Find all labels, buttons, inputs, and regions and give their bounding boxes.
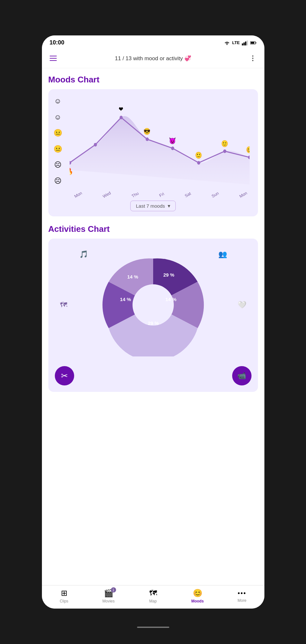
label-29-bottom: 29 %	[148, 320, 159, 326]
x-label-fri: Fri	[158, 191, 165, 198]
mood-level-6: ☹	[54, 177, 62, 185]
x-label-thu: Thu	[131, 191, 140, 198]
more-nav-icon: •••	[238, 590, 246, 597]
activities-chart-title: Activities Chart	[48, 224, 258, 234]
moods-nav-label: Moods	[191, 599, 204, 603]
wifi-icon	[224, 40, 230, 45]
donut-chart: 29 % 14 % 29 % 14 % 14 %	[102, 253, 205, 356]
signal-icon	[242, 40, 248, 45]
label-14-left: 14 %	[120, 297, 131, 302]
donut-svg	[102, 253, 205, 356]
lte-label: LTE	[232, 40, 240, 45]
top-bar: 11 / 13 with mood or activity 💞	[42, 49, 264, 68]
point-emoji-3: 😎	[143, 128, 151, 136]
chevron-down-icon: ▾	[168, 203, 170, 209]
svg-point-10	[252, 60, 253, 61]
mood-level-3: 😐	[54, 129, 62, 137]
x-axis-labels: Mon Wed Thu Fri Sat Sun Mon	[70, 193, 250, 197]
point-emoji-5: 🙂	[195, 151, 202, 159]
nav-moods[interactable]: 😊 Moods	[188, 589, 207, 603]
menu-line-2	[50, 58, 57, 59]
svg-rect-7	[251, 42, 254, 44]
moods-chart-footer: Last 7 moods ▾	[54, 201, 253, 211]
mood-level-2: ☺	[54, 114, 61, 121]
movies-label: Movies	[102, 599, 114, 603]
mood-y-axis: ☺ ☺ 😐 😐 ☹ ☹	[54, 98, 62, 185]
label-14-topleft: 14 %	[127, 274, 138, 279]
nav-clips[interactable]: ⊞ Clips	[54, 589, 74, 603]
nav-map[interactable]: 🗺 Map	[143, 589, 163, 603]
last-7-moods-dropdown[interactable]: Last 7 moods ▾	[130, 201, 175, 211]
svg-point-0	[226, 44, 227, 45]
moods-chart-card: ☺ ☺ 😐 😐 ☹ ☹	[48, 89, 258, 216]
scissors-fab-button[interactable]: ✂	[55, 366, 74, 385]
menu-line-1	[50, 56, 57, 56]
video-fab-button[interactable]: 📹	[232, 366, 252, 385]
nav-more[interactable]: ••• More	[232, 590, 252, 603]
x-label-sat: Sat	[184, 191, 192, 198]
data-point-4	[171, 147, 174, 150]
label-29-top: 29 %	[163, 272, 174, 278]
scroll-content: Moods Chart ☺ ☺ 😐 😐 ☹ ☹	[42, 68, 264, 585]
bottom-navigation: ⊞ Clips 🎬 1 Movies 🗺 Map 😊 Moods •••	[42, 585, 264, 609]
point-emoji-6: 🙂	[221, 139, 228, 147]
heart-icon: 🤍	[238, 301, 246, 309]
svg-rect-1	[242, 43, 243, 45]
map-label: Map	[149, 599, 157, 603]
point-emoji-4: 😈	[169, 137, 176, 145]
donut-center	[133, 284, 174, 326]
x-label-sun: Sun	[211, 191, 220, 199]
svg-rect-4	[247, 41, 248, 45]
activities-chart-card: 🎵 👥 🗺 🏃 🤍	[48, 239, 258, 392]
moods-chart-area: ☺ ☺ 😐 😐 ☹ ☹	[54, 94, 253, 197]
mood-level-5: ☹	[54, 161, 62, 168]
status-time: 10:00	[50, 39, 64, 46]
home-indicator	[137, 627, 169, 628]
x-label-mon2: Mon	[239, 191, 248, 199]
point-emoji-2: ❤	[119, 105, 123, 113]
more-icon	[249, 55, 256, 62]
svg-rect-2	[243, 43, 245, 45]
data-point-3	[145, 137, 149, 141]
menu-button[interactable]	[47, 52, 60, 65]
map-icon: 🗺	[60, 301, 67, 309]
dropdown-label: Last 7 moods	[136, 203, 165, 209]
video-icon: 📹	[237, 372, 246, 380]
x-label-wed: Wed	[102, 190, 112, 199]
mood-area-fill	[70, 116, 250, 185]
x-label-mon1: Mon	[73, 191, 83, 199]
movies-icon: 🎬 1	[104, 589, 114, 598]
more-label: More	[238, 598, 246, 603]
battery-icon	[250, 40, 257, 45]
data-point-2	[119, 116, 123, 119]
point-emoji-0: 🔥	[70, 167, 73, 175]
svg-point-8	[252, 55, 253, 57]
mood-chart-svg: 🔥 ❤ 😎 😈 🙂 🙂 😊	[70, 98, 250, 185]
notch	[134, 17, 173, 24]
mood-level-1: ☺	[54, 98, 61, 105]
nav-movies[interactable]: 🎬 1 Movies	[99, 589, 118, 603]
phone-frame: 10:00 LTE	[31, 13, 276, 631]
mood-line-chart: 🔥 ❤ 😎 😈 🙂 🙂 😊	[70, 98, 250, 185]
svg-point-9	[252, 58, 253, 59]
status-icons: LTE	[224, 40, 257, 45]
mood-level-4: 😐	[54, 146, 62, 153]
menu-line-3	[50, 60, 57, 61]
status-bar: 10:00 LTE	[42, 35, 264, 49]
clips-label: Clips	[60, 599, 68, 603]
moods-chart-title: Moods Chart	[48, 75, 258, 85]
svg-rect-3	[245, 42, 246, 45]
scissors-icon: ✂	[61, 371, 68, 381]
map-nav-icon: 🗺	[149, 589, 157, 598]
label-14-right: 14 %	[165, 297, 176, 302]
svg-rect-6	[255, 42, 256, 43]
data-point-1	[94, 143, 97, 147]
data-point-5	[197, 161, 200, 165]
people-icon: 👥	[218, 250, 227, 259]
moods-icon: 😊	[193, 589, 202, 598]
point-emoji-7: 😊	[246, 146, 249, 154]
phone-screen: 10:00 LTE	[42, 35, 264, 609]
more-options-button[interactable]	[246, 52, 259, 65]
page-title: 11 / 13 with mood or activity 💞	[60, 55, 246, 62]
activities-chart-area: 🎵 👥 🗺 🏃 🤍	[54, 244, 253, 366]
